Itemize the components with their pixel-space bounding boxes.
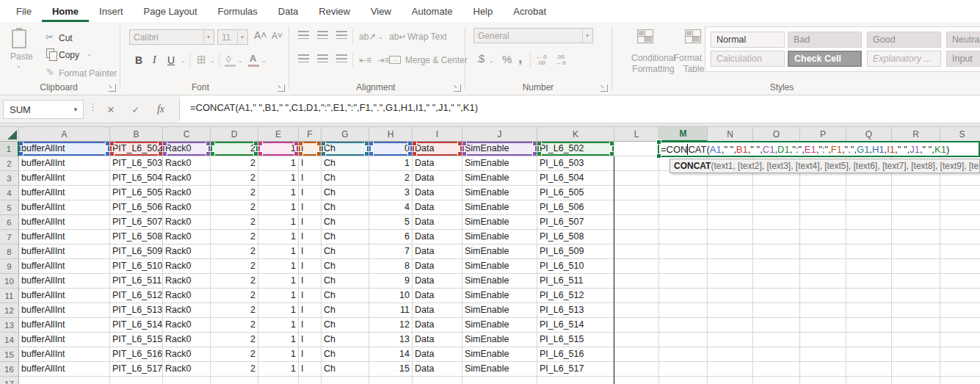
cell-L13[interactable] (614, 318, 659, 333)
cell-F11[interactable]: I (299, 289, 322, 303)
clipboard-dialog-launcher-icon[interactable] (109, 84, 116, 92)
cell-F17[interactable] (299, 377, 322, 384)
cell-Q8[interactable] (846, 244, 892, 259)
cell-H17[interactable] (369, 377, 413, 384)
cell-L1[interactable] (614, 142, 659, 156)
cell-H2[interactable]: 1 (369, 156, 413, 171)
cancel-button[interactable]: ✕ (101, 100, 120, 119)
cell-K13[interactable]: PI_L6_514 (537, 318, 614, 333)
cell-Q4[interactable] (846, 186, 892, 200)
cell-D2[interactable]: 2 (211, 156, 258, 171)
orientation-icon[interactable]: ab↗ (359, 32, 376, 42)
column-header-B[interactable]: B (110, 127, 163, 142)
tab-acrobat[interactable]: Acrobat (503, 0, 556, 22)
cell-J11[interactable]: SimEnable (462, 289, 537, 303)
cell-K10[interactable]: PI_L6_511 (537, 274, 614, 289)
cell-C3[interactable]: Rack0 (163, 171, 211, 186)
cell-D6[interactable]: 2 (211, 215, 258, 230)
align-right-icon[interactable] (336, 54, 347, 62)
cell-S12[interactable] (940, 303, 980, 318)
range-handle[interactable] (537, 151, 542, 156)
cell-D7[interactable]: 2 (211, 230, 258, 244)
cell-C14[interactable]: Rack0 (163, 333, 211, 347)
cell-O8[interactable] (753, 244, 800, 259)
cell-H15[interactable]: 14 (369, 347, 413, 362)
row-header-17[interactable]: 17 (0, 377, 19, 384)
cell-M12[interactable] (659, 303, 708, 318)
increase-indent-icon[interactable]: ⇥≡ (377, 55, 390, 65)
font-name-combo[interactable]: Calibri▾ (129, 29, 214, 45)
cell-J2[interactable]: SimEnable (462, 156, 537, 171)
cell-Q3[interactable] (846, 171, 892, 186)
row-header-9[interactable]: 9 (0, 259, 19, 274)
cell-A15[interactable]: bufferAllInt (19, 347, 110, 362)
cell-R7[interactable] (892, 230, 940, 244)
cell-H4[interactable]: 3 (369, 186, 413, 200)
cell-P5[interactable] (800, 200, 846, 215)
cell-L16[interactable] (614, 362, 659, 377)
cell-I7[interactable]: Data (413, 230, 462, 244)
cell-G15[interactable]: Ch (322, 347, 369, 362)
cell-R17[interactable] (892, 377, 940, 384)
cell-S16[interactable] (940, 362, 980, 377)
cell-I12[interactable]: Data (413, 303, 462, 318)
cell-C8[interactable]: Rack0 (163, 244, 211, 259)
cell-M14[interactable] (659, 333, 708, 347)
cell-R4[interactable] (892, 186, 940, 200)
cell-D1[interactable]: 2 (211, 142, 258, 156)
cell-H8[interactable]: 7 (369, 244, 413, 259)
cell-L6[interactable] (614, 215, 659, 230)
column-header-R[interactable]: R (892, 127, 940, 142)
cell-G10[interactable]: Ch (322, 274, 369, 289)
cell-N9[interactable] (708, 259, 753, 274)
cell-G4[interactable]: Ch (322, 186, 369, 200)
underline-button[interactable]: U (167, 54, 175, 66)
column-header-O[interactable]: O (753, 127, 800, 142)
cell-Q12[interactable] (846, 303, 892, 318)
range-handle[interactable] (413, 142, 417, 146)
cell-I17[interactable] (413, 377, 462, 384)
range-handle[interactable] (316, 151, 322, 156)
cell-N14[interactable] (708, 333, 753, 347)
cell-G16[interactable]: Ch (322, 362, 369, 377)
row-header-8[interactable]: 8 (0, 244, 19, 259)
cell-J12[interactable]: SimEnable (462, 303, 537, 318)
cell-G17[interactable] (322, 377, 369, 384)
cell-D5[interactable]: 2 (211, 200, 258, 215)
selection-handle[interactable] (656, 153, 661, 159)
cell-H3[interactable]: 2 (369, 171, 413, 186)
cell-G9[interactable]: Ch (322, 259, 369, 274)
cell-B11[interactable]: PIT_L6_512 (110, 289, 163, 303)
cell-Q9[interactable] (846, 259, 892, 274)
cell-S17[interactable] (940, 377, 980, 384)
cell-A16[interactable]: bufferAllInt (19, 362, 110, 377)
cell-Q6[interactable] (846, 215, 892, 230)
cell-E2[interactable]: 1 (258, 156, 299, 171)
cell-I4[interactable]: Data (413, 186, 462, 200)
cell-G13[interactable]: Ch (322, 318, 369, 333)
cell-F8[interactable]: I (299, 244, 322, 259)
cell-G14[interactable]: Ch (322, 333, 369, 347)
cell-R10[interactable] (892, 274, 940, 289)
align-top-icon[interactable] (298, 31, 309, 39)
column-header-K[interactable]: K (537, 127, 614, 142)
tab-insert[interactable]: Insert (89, 0, 134, 22)
cell-Q13[interactable] (846, 318, 892, 333)
column-header-A[interactable]: A (19, 127, 110, 142)
column-header-L[interactable]: L (614, 127, 659, 142)
cell-R13[interactable] (892, 318, 940, 333)
cell-J6[interactable]: SimEnable (462, 215, 537, 230)
cell-H16[interactable]: 15 (369, 362, 413, 377)
row-header-14[interactable]: 14 (0, 333, 19, 347)
cell-J13[interactable]: SimEnable (462, 318, 537, 333)
column-header-S[interactable]: S (940, 127, 980, 142)
cell-E6[interactable]: 1 (258, 215, 299, 230)
cell-D4[interactable]: 2 (211, 186, 258, 200)
cell-J14[interactable]: SimEnable (462, 333, 537, 347)
row-header-12[interactable]: 12 (0, 303, 19, 318)
cell-R3[interactable] (892, 171, 940, 186)
row-header-3[interactable]: 3 (0, 171, 19, 186)
cell-M4[interactable] (659, 186, 708, 200)
cell-R9[interactable] (892, 259, 940, 274)
range-handle[interactable] (407, 142, 413, 146)
